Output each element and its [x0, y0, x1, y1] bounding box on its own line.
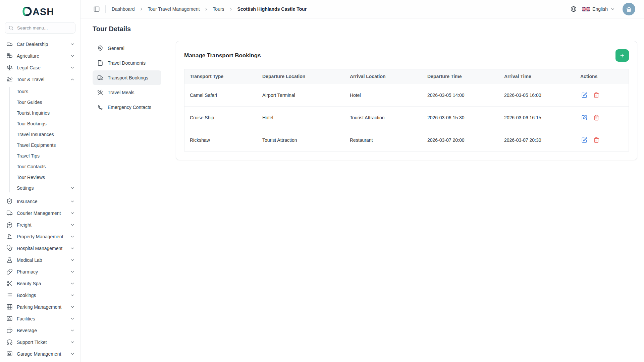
sidebar-item-label: Beauty Spa — [17, 281, 66, 286]
sidebar-subitem-travel-equipments[interactable]: Travel Equipments — [0, 140, 80, 150]
sidebar-item-hospital-management[interactable]: Hospital Management — [0, 242, 80, 254]
cell-arrival-time: 2026-03-05 16:00 — [499, 84, 575, 106]
col-header-transport-type: Transport Type — [184, 69, 257, 84]
sidebar-subitem-tours[interactable]: Tours — [0, 86, 80, 97]
col-header-departure-location: Departure Location — [257, 69, 344, 84]
breadcrumb-tours[interactable]: Tours — [213, 6, 224, 12]
sidebar-item-label: Medical Lab — [17, 257, 66, 263]
chevron-down-icon — [70, 328, 75, 333]
language-selector[interactable]: English — [582, 6, 615, 12]
sidebar-subitem-label: Tour Guides — [17, 100, 75, 105]
sidebar-subitem-label: Tourist Inquiries — [17, 110, 75, 116]
tab-emergency-contacts[interactable]: Emergency Contacts — [93, 100, 161, 115]
sidebar-item-beverage[interactable]: Beverage — [0, 324, 80, 336]
grid-icon — [6, 304, 13, 310]
sidebar-subitem-tour-bookings[interactable]: Tour Bookings — [0, 118, 80, 129]
main-area: DashboardTour Travel ManagementToursScot… — [80, 0, 644, 362]
chevron-down-icon — [70, 269, 75, 274]
cell-departure-location: Hotel — [257, 106, 344, 129]
sidebar-subitem-settings[interactable]: Settings — [0, 183, 80, 193]
cell-departure-time: 2026-03-07 20:00 — [422, 129, 499, 151]
pennant-icon — [6, 233, 13, 240]
square-pen-icon — [581, 115, 587, 121]
delete-button[interactable] — [592, 114, 600, 122]
page-content: Tour Details General Travel Documents Tr… — [80, 18, 644, 362]
delete-button[interactable] — [592, 91, 600, 99]
add-booking-button[interactable] — [615, 49, 629, 62]
trash-icon — [593, 92, 599, 98]
sidebar-toggle-button[interactable] — [93, 5, 101, 13]
sidebar-item-bookings[interactable]: Bookings — [0, 289, 80, 301]
sidebar-item-facilities[interactable]: Facilities — [0, 313, 80, 324]
sidebar-subitem-tour-guides[interactable]: Tour Guides — [0, 97, 80, 108]
edit-button[interactable] — [580, 91, 588, 99]
breadcrumb-tour-travel-management[interactable]: Tour Travel Management — [148, 6, 200, 12]
row-actions — [580, 129, 623, 151]
chevron-down-icon — [70, 42, 75, 47]
sidebar-item-property-management[interactable]: Property Management — [0, 231, 80, 242]
edit-button[interactable] — [580, 114, 588, 122]
sidebar-item-label: Facilities — [17, 316, 66, 321]
sidebar-subitem-tour-contacts[interactable]: Tour Contacts — [0, 161, 80, 172]
tractor-icon — [6, 53, 13, 59]
col-header-arrival-location: Arrival Location — [344, 69, 422, 84]
sidebar-item-pharmacy[interactable]: Pharmacy — [0, 266, 80, 278]
list-icon — [6, 292, 13, 298]
sidebar-item-insurance[interactable]: Insurance — [0, 195, 80, 207]
cell-departure-location: Airport Terminal — [257, 84, 344, 106]
sidebar-subitem-label: Settings — [17, 185, 70, 191]
square-pen-icon — [581, 92, 587, 98]
headphones-icon — [6, 339, 13, 345]
sidebar-subitem-tourist-inquiries[interactable]: Tourist Inquiries — [0, 108, 80, 118]
chevron-down-icon — [70, 246, 75, 251]
shield-check-icon — [6, 198, 13, 204]
sidebar-item-garage-management[interactable]: Garage Management — [0, 348, 80, 360]
sidebar-item-label: Pharmacy — [17, 269, 66, 275]
delete-button[interactable] — [592, 136, 600, 144]
tab-general[interactable]: General — [93, 41, 161, 56]
sidebar-item-beauty-spa[interactable]: Beauty Spa — [0, 278, 80, 289]
sidebar-subitem-tour-reviews[interactable]: Tour Reviews — [0, 172, 80, 183]
garage-icon — [6, 351, 13, 357]
tab-label: Transport Bookings — [108, 75, 148, 80]
car-icon — [6, 41, 13, 47]
brand-logo[interactable]: ASH — [0, 4, 80, 22]
sidebar-item-courier-management[interactable]: Courier Management — [0, 207, 80, 219]
search-icon — [8, 25, 14, 31]
tab-travel-meals[interactable]: Travel Meals — [93, 85, 161, 100]
sidebar-item-legal-case[interactable]: Legal Case — [0, 62, 80, 73]
sidebar-item-car-dealership[interactable]: Car Dealership — [0, 38, 80, 50]
sidebar-subitem-travel-tips[interactable]: Travel Tips — [0, 150, 80, 161]
chevron-down-icon — [70, 186, 75, 190]
tab-label: Travel Documents — [108, 60, 146, 66]
tab-travel-documents[interactable]: Travel Documents — [93, 56, 161, 70]
sidebar-item-support-ticket[interactable]: Support Ticket — [0, 336, 80, 348]
sidebar-item-parking-management[interactable]: Parking Management — [0, 301, 80, 313]
chevron-down-icon — [70, 352, 75, 356]
sidebar-subitem-travel-insurances[interactable]: Travel Insurances — [0, 129, 80, 140]
chevron-down-icon — [610, 7, 615, 11]
chevron-down-icon — [70, 65, 75, 70]
globe-button[interactable] — [570, 5, 578, 13]
user-avatar[interactable] — [623, 3, 635, 15]
tab-transport-bookings[interactable]: Transport Bookings — [93, 70, 161, 85]
edit-button[interactable] — [580, 136, 588, 144]
trash-icon — [593, 115, 599, 121]
sidebar-item-label: Hospital Management — [17, 246, 66, 251]
sidebar-item-freight[interactable]: Freight — [0, 219, 80, 231]
breadcrumb-dashboard[interactable]: Dashboard — [112, 6, 135, 12]
logo-text: ASH — [33, 6, 54, 17]
sidebar-subitem-label: Tour Contacts — [17, 164, 75, 169]
sidebar-item-label: Beverage — [17, 328, 66, 333]
sidebar-item-medical-lab[interactable]: Medical Lab — [0, 254, 80, 266]
search-input[interactable] — [16, 25, 72, 31]
sidebar-item-label: Parking Management — [17, 304, 66, 310]
sidebar-item-label: Bookings — [17, 293, 66, 298]
trash-icon — [593, 137, 599, 143]
page-title: Tour Details — [93, 25, 637, 33]
cell-arrival-location: Restaurant — [344, 129, 422, 151]
sidebar-item-tour-travel[interactable]: Tour & Travel — [0, 73, 80, 85]
sidebar-item-label: Agriculture — [17, 53, 66, 59]
sidebar-item-agriculture[interactable]: Agriculture — [0, 50, 80, 62]
chevron-right-icon — [139, 7, 144, 11]
